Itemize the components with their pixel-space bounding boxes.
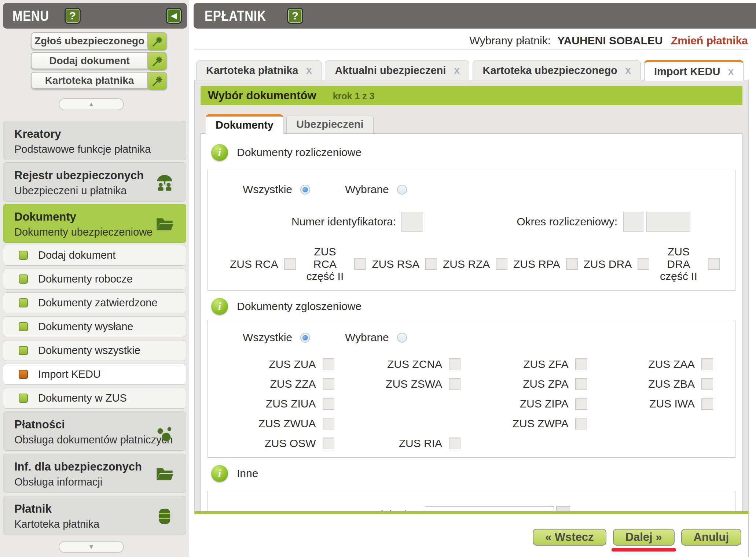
checkbox-zus-zswa[interactable] — [449, 378, 460, 390]
checkbox-zus-zfa[interactable] — [575, 358, 587, 370]
checkbox-zus-iwa[interactable] — [701, 398, 713, 410]
checkbox-zus-zza[interactable] — [323, 378, 334, 390]
sidebar-item-dokumenty-zatwierdzone[interactable]: Dokumenty zatwierdzone — [3, 292, 186, 313]
selected-payer-row: Wybrany płatnik: YAUHENI SOBALEU Zmień p… — [470, 34, 748, 47]
cancel-button[interactable]: Anuluj — [681, 529, 741, 546]
menu-scroll-down[interactable]: ▼ — [59, 541, 124, 553]
radio-chosen-label: Wybrane — [345, 183, 389, 196]
checkbox-zus-dra-czesc-ii[interactable] — [708, 258, 720, 270]
next-button[interactable]: Dalej » — [613, 529, 675, 546]
doc-label: ZUS ZBA — [648, 378, 695, 390]
checkbox-zus-zua[interactable] — [323, 358, 334, 370]
radio-chosen[interactable] — [397, 185, 407, 195]
wizard-step: krok 1 z 3 — [333, 91, 375, 102]
checkbox-zus-zaa[interactable] — [701, 358, 713, 370]
checkbox-zus-ria[interactable] — [449, 438, 460, 449]
wizard-button-label: Dodaj dokument — [32, 53, 147, 69]
checkbox-zus-ziua[interactable] — [323, 398, 334, 410]
sidebar-section-rejestr-ubezpieczonych[interactable]: Rejestr ubezpieczonych Ubezpieczeni u pł… — [3, 162, 186, 202]
wizard-button-kartoteka-platnika[interactable]: Kartoteka płatnika — [31, 72, 167, 89]
change-payer-link[interactable]: Zmień płatnika — [671, 34, 748, 47]
tab-label: Kartoteka ubezpieczonego — [482, 64, 617, 77]
calendar-picker-icon[interactable] — [556, 506, 570, 511]
checkbox-zus-rca-czesc-ii[interactable] — [354, 258, 366, 270]
info-icon: i — [211, 144, 228, 161]
tab-kartoteka-platnika[interactable]: Kartoteka płatnika x — [196, 60, 322, 80]
sidebar-section-kreatory[interactable]: Kreatory Podstawowe funkcje płatnika — [3, 121, 186, 160]
checkbox-zus-zipa[interactable] — [575, 398, 587, 410]
tab-label: Import KEDU — [654, 66, 720, 78]
section-title: Kreatory — [14, 128, 186, 141]
annotation-underline — [612, 548, 676, 552]
fill-date-input[interactable] — [425, 506, 554, 511]
identifier-input[interactable] — [401, 212, 423, 232]
checkbox-zus-zpa[interactable] — [575, 378, 587, 390]
sidebar-section-platnosci[interactable]: Płatności Obsługa dokumentów płatniczych — [3, 412, 186, 451]
sidebar-item-label: Import KEDU — [38, 368, 101, 380]
radio-chosen[interactable] — [397, 333, 407, 343]
doc-zus-rza: ZUS RZA — [443, 258, 507, 270]
main-help-icon[interactable]: ? — [287, 8, 303, 24]
close-icon[interactable]: x — [306, 65, 312, 76]
checkbox-zus-dra[interactable] — [638, 258, 649, 270]
doc-label: ZUS ZCNA — [387, 358, 442, 370]
sidebar-item-dokumenty-robocze[interactable]: Dokumenty robocze — [3, 269, 186, 289]
registration-radio-row: Wszystkie Wybrane — [243, 331, 735, 344]
main-header: EPŁATNIK ? — [194, 3, 756, 29]
wizard-title: Wybór dokumentów — [208, 89, 316, 102]
wizard-button-dodaj-dokument[interactable]: Dodaj dokument — [31, 52, 167, 69]
checkbox-zus-zwua[interactable] — [323, 418, 334, 429]
period-month-input[interactable] — [623, 212, 643, 232]
sidebar-item-dokumenty-w-zus[interactable]: Dokumenty w ZUS — [3, 388, 186, 409]
checkbox-zus-rpa[interactable] — [566, 258, 578, 270]
sidebar-item-label: Dokumenty wszystkie — [38, 344, 140, 357]
wizard-button-zglos-ubezpieczonego[interactable]: Zgłoś ubezpieczonego — [31, 32, 167, 49]
close-icon[interactable]: x — [454, 65, 459, 76]
tab-ubezpieczeni[interactable]: Ubezpieczeni — [286, 115, 374, 133]
radio-all-label: Wszystkie — [243, 183, 292, 196]
tab-label: Ubezpieczeni — [296, 118, 364, 130]
other-box: Data wypełnienia — [208, 491, 735, 511]
sidebar-item-import-kedu[interactable]: Import KEDU — [3, 364, 186, 385]
selected-payer-label: Wybrany płatnik: — [470, 34, 551, 47]
doc-label: ZUS RCA część II — [301, 246, 348, 283]
close-icon[interactable]: x — [728, 66, 734, 77]
tab-aktualni-ubezpieczeni[interactable]: Aktualni ubezpieczeni x — [325, 60, 469, 80]
checkbox-zus-osw[interactable] — [323, 438, 334, 449]
sidebar-collapse-icon[interactable]: ◀ — [166, 8, 182, 24]
sidebar-item-label: Dokumenty wysłane — [38, 321, 133, 333]
sidebar-section-platnik[interactable]: Płatnik Kartoteka płatnika — [3, 496, 186, 535]
checkbox-zus-rsa[interactable] — [425, 258, 437, 270]
doc-label: ZUS ZPA — [523, 378, 568, 390]
doc-label: ZUS RZA — [443, 258, 490, 270]
sidebar-section-inf-dla-ubezpieczonych[interactable]: Inf. dla ubezpieczonych Obsługa informac… — [3, 454, 186, 493]
sidebar-section-dokumenty[interactable]: Dokumenty Dokumenty ubezpieczeniowe — [3, 204, 186, 243]
sidebar-item-label: Dokumenty robocze — [38, 273, 133, 285]
grid-empty-cell — [460, 436, 587, 451]
radio-all[interactable] — [300, 333, 310, 343]
radio-all[interactable] — [300, 185, 310, 195]
checkbox-zus-zwpa[interactable] — [575, 418, 587, 429]
menu-bullet-icon — [19, 322, 28, 331]
checkbox-zus-zba[interactable] — [701, 378, 713, 390]
back-button[interactable]: « Wstecz — [533, 529, 606, 546]
tab-label: Dokumenty — [216, 119, 274, 131]
doc-label: ZUS ZZA — [270, 378, 316, 390]
sidebar-item-dokumenty-wszystkie[interactable]: Dokumenty wszystkie — [3, 340, 186, 361]
checkbox-zus-rca[interactable] — [284, 258, 296, 270]
close-icon[interactable]: x — [625, 65, 631, 76]
period-year-input[interactable] — [646, 212, 690, 232]
sidebar-item-dodaj-dokument[interactable]: Dodaj dokument — [3, 245, 186, 266]
menu-scroll-up[interactable]: ▲ — [59, 98, 124, 110]
info-icon: i — [211, 465, 228, 482]
menu-help-icon[interactable]: ? — [65, 8, 81, 24]
doc-label: ZUS RSA — [372, 258, 419, 270]
tab-dokumenty[interactable]: Dokumenty — [206, 114, 283, 134]
settlement-radio-row: Wszystkie Wybrane — [243, 183, 735, 196]
checkbox-zus-rza[interactable] — [496, 258, 507, 270]
checkbox-zus-zcna[interactable] — [449, 358, 460, 370]
tab-kartoteka-ubezpieczonego[interactable]: Kartoteka ubezpieczonego x — [473, 60, 641, 80]
tab-import-kedu[interactable]: Import KEDU x — [644, 60, 744, 81]
sidebar-item-dokumenty-wyslane[interactable]: Dokumenty wysłane — [3, 316, 186, 337]
sidebar-item-label: Dokumenty w ZUS — [38, 392, 127, 404]
